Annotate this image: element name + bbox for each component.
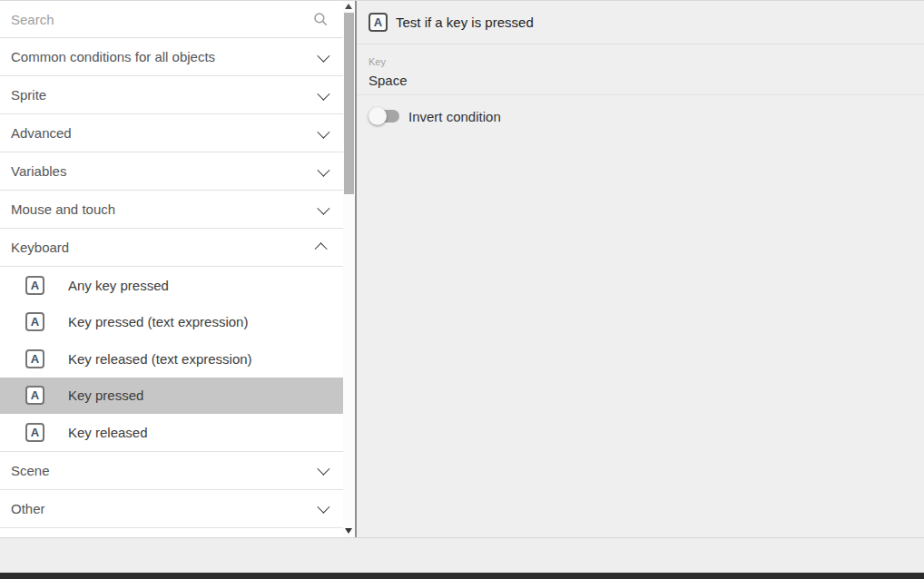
search-row xyxy=(0,1,343,38)
chevron-down-icon xyxy=(317,87,329,100)
invert-condition-row: Invert condition xyxy=(357,95,924,137)
dialog-main: Common conditions for all objectsSpriteA… xyxy=(0,1,924,537)
category-label: Other xyxy=(11,501,318,516)
condition-picker-dialog: Common conditions for all objectsSpriteA… xyxy=(0,0,924,579)
scrollbar-thumb[interactable] xyxy=(344,13,354,194)
scroll-down-arrow-icon[interactable] xyxy=(345,528,352,534)
keyboard-key-icon: A xyxy=(25,312,44,331)
sidebar-category-variables[interactable]: Variables xyxy=(0,152,343,191)
item-label: Key released (text expression) xyxy=(68,351,252,367)
keyboard-key-icon: A xyxy=(25,276,44,295)
dialog-footer xyxy=(0,537,924,573)
category-label: Scene xyxy=(11,463,318,478)
key-field[interactable]: Key Space xyxy=(357,44,924,95)
sidebar-category-keyboard[interactable]: Keyboard xyxy=(0,229,343,267)
sidebar-category-mouse-and-touch[interactable]: Mouse and touch xyxy=(0,191,343,229)
chevron-down-icon xyxy=(317,201,329,214)
category-label: Variables xyxy=(11,163,318,179)
category-label: Advanced xyxy=(11,125,318,141)
toggle-thumb[interactable] xyxy=(369,107,387,125)
condition-detail-panel: A Test if a key is pressed Key Space Inv… xyxy=(357,1,924,537)
chevron-down-icon xyxy=(317,501,329,514)
chevron-down-icon xyxy=(317,49,329,62)
scroll-up-arrow-icon[interactable] xyxy=(345,4,352,9)
item-label: Any key pressed xyxy=(68,278,169,293)
item-label: Key pressed xyxy=(68,388,143,403)
sidebar-scrollbar[interactable] xyxy=(343,1,355,537)
condition-header: A Test if a key is pressed xyxy=(357,1,924,44)
sidebar-item-key-released[interactable]: AKey released xyxy=(0,414,343,451)
sidebar-category-sprite[interactable]: Sprite xyxy=(0,76,343,114)
keyboard-key-icon: A xyxy=(25,386,44,405)
chevron-down-icon xyxy=(317,163,329,176)
category-label: Mouse and touch xyxy=(11,201,318,217)
sidebar-item-key-pressed-text-expression[interactable]: AKey pressed (text expression) xyxy=(0,304,343,341)
sidebar-category-scene[interactable]: Scene xyxy=(0,452,343,490)
invert-condition-toggle[interactable] xyxy=(370,110,399,123)
sidebar-item-key-released-text-expression[interactable]: AKey released (text expression) xyxy=(0,340,343,378)
sidebar-item-key-pressed[interactable]: AKey pressed xyxy=(0,378,343,415)
sidebar-item-any-key-pressed[interactable]: AAny key pressed xyxy=(0,267,343,304)
chevron-down-icon xyxy=(317,463,329,476)
category-label: Common conditions for all objects xyxy=(11,49,318,64)
sidebar-category-advanced[interactable]: Advanced xyxy=(0,114,343,152)
key-field-label: Key xyxy=(369,56,924,67)
item-label: Key released xyxy=(68,425,148,440)
key-field-value[interactable]: Space xyxy=(369,73,924,94)
category-items-keyboard: AAny key pressedAKey pressed (text expre… xyxy=(0,267,343,452)
search-input[interactable] xyxy=(11,12,312,27)
keyboard-key-icon: A xyxy=(25,349,44,368)
condition-title: Test if a key is pressed xyxy=(396,15,534,30)
sidebar-category-common-conditions-for-all-objects[interactable]: Common conditions for all objects xyxy=(0,38,343,76)
category-label: Keyboard xyxy=(11,240,318,255)
category-list: Common conditions for all objectsSpriteA… xyxy=(0,38,343,528)
sidebar-category-other[interactable]: Other xyxy=(0,490,343,528)
item-label: Key pressed (text expression) xyxy=(68,314,248,329)
keyboard-key-icon: A xyxy=(25,423,44,442)
search-icon xyxy=(312,11,329,27)
conditions-sidebar: Common conditions for all objectsSpriteA… xyxy=(0,1,343,537)
keyboard-key-icon: A xyxy=(369,13,388,32)
category-label: Sprite xyxy=(11,87,318,103)
bottom-dark-bar xyxy=(0,573,924,579)
chevron-down-icon xyxy=(317,125,329,138)
invert-condition-label: Invert condition xyxy=(408,109,501,124)
